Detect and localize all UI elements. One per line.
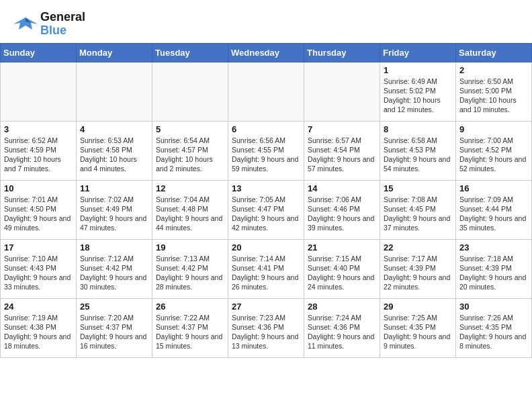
calendar-cell [152,62,228,121]
day-number: 30 [459,302,528,312]
day-info: Sunrise: 7:12 AMSunset: 4:42 PMDaylight:… [80,254,148,292]
day-of-week-header: Sunday [1,43,77,62]
day-number: 28 [308,302,376,312]
calendar-cell: 25Sunrise: 7:20 AMSunset: 4:37 PMDayligh… [77,298,152,357]
day-info: Sunrise: 7:20 AMSunset: 4:37 PMDaylight:… [80,313,148,351]
calendar-cell: 4Sunrise: 6:53 AMSunset: 4:58 PMDaylight… [77,121,152,180]
calendar-cell: 28Sunrise: 7:24 AMSunset: 4:36 PMDayligh… [304,298,380,357]
calendar-cell: 30Sunrise: 7:26 AMSunset: 4:35 PMDayligh… [456,298,532,357]
day-number: 5 [156,124,224,134]
day-number: 14 [308,183,376,193]
day-of-week-header: Saturday [456,43,532,62]
day-info: Sunrise: 6:58 AMSunset: 4:53 PMDaylight:… [384,136,452,174]
day-info: Sunrise: 7:26 AMSunset: 4:35 PMDaylight:… [459,313,528,351]
page-header: General Blue [0,0,532,43]
day-number: 16 [459,183,528,193]
calendar-cell [304,62,380,121]
calendar-cell: 9Sunrise: 7:00 AMSunset: 4:52 PMDaylight… [456,121,532,180]
day-number: 23 [459,242,528,253]
day-of-week-header: Wednesday [228,43,304,62]
day-info: Sunrise: 7:01 AMSunset: 4:50 PMDaylight:… [4,195,73,233]
day-number: 2 [459,65,528,75]
day-info: Sunrise: 7:04 AMSunset: 4:48 PMDaylight:… [156,195,224,233]
day-number: 24 [4,302,73,312]
day-number: 21 [308,242,376,253]
calendar-cell: 21Sunrise: 7:15 AMSunset: 4:40 PMDayligh… [304,239,380,298]
calendar-cell: 26Sunrise: 7:22 AMSunset: 4:37 PMDayligh… [152,298,228,357]
calendar-cell: 29Sunrise: 7:25 AMSunset: 4:35 PMDayligh… [380,298,456,357]
day-info: Sunrise: 6:54 AMSunset: 4:57 PMDaylight:… [156,136,224,174]
day-number: 1 [384,65,452,75]
calendar-cell: 8Sunrise: 6:58 AMSunset: 4:53 PMDaylight… [380,121,456,180]
day-number: 15 [384,183,452,193]
day-info: Sunrise: 7:08 AMSunset: 4:45 PMDaylight:… [384,195,452,233]
day-of-week-header: Friday [380,43,456,62]
day-number: 19 [156,242,224,253]
calendar-cell: 13Sunrise: 7:05 AMSunset: 4:47 PMDayligh… [228,180,304,239]
logo-icon [13,15,38,34]
day-info: Sunrise: 7:00 AMSunset: 4:52 PMDaylight:… [459,136,528,174]
day-number: 22 [384,242,452,253]
day-number: 27 [232,302,300,312]
day-info: Sunrise: 7:09 AMSunset: 4:44 PMDaylight:… [459,195,528,233]
day-info: Sunrise: 6:52 AMSunset: 4:59 PMDaylight:… [4,136,73,174]
calendar-table: SundayMondayTuesdayWednesdayThursdayFrid… [0,43,532,358]
calendar-cell: 1Sunrise: 6:49 AMSunset: 5:02 PMDaylight… [380,62,456,121]
day-number: 3 [4,124,73,134]
logo-text: General Blue [40,11,85,38]
day-info: Sunrise: 7:15 AMSunset: 4:40 PMDaylight:… [308,254,376,292]
day-number: 8 [384,124,452,134]
calendar-cell: 11Sunrise: 7:02 AMSunset: 4:49 PMDayligh… [77,180,152,239]
day-number: 6 [232,124,300,134]
day-info: Sunrise: 7:14 AMSunset: 4:41 PMDaylight:… [232,254,300,292]
day-info: Sunrise: 6:50 AMSunset: 5:00 PMDaylight:… [459,77,528,115]
day-info: Sunrise: 6:57 AMSunset: 4:54 PMDaylight:… [308,136,376,174]
calendar-cell: 22Sunrise: 7:17 AMSunset: 4:39 PMDayligh… [380,239,456,298]
day-info: Sunrise: 7:23 AMSunset: 4:36 PMDaylight:… [232,313,300,351]
day-number: 18 [80,242,148,253]
calendar-cell: 23Sunrise: 7:18 AMSunset: 4:39 PMDayligh… [456,239,532,298]
calendar-header: SundayMondayTuesdayWednesdayThursdayFrid… [1,43,532,62]
calendar-cell [77,62,152,121]
calendar-cell: 17Sunrise: 7:10 AMSunset: 4:43 PMDayligh… [1,239,77,298]
calendar-cell: 5Sunrise: 6:54 AMSunset: 4:57 PMDaylight… [152,121,228,180]
calendar-cell: 12Sunrise: 7:04 AMSunset: 4:48 PMDayligh… [152,180,228,239]
day-info: Sunrise: 7:22 AMSunset: 4:37 PMDaylight:… [156,313,224,351]
calendar-cell: 3Sunrise: 6:52 AMSunset: 4:59 PMDaylight… [1,121,77,180]
calendar-cell: 6Sunrise: 6:56 AMSunset: 4:55 PMDaylight… [228,121,304,180]
day-info: Sunrise: 7:10 AMSunset: 4:43 PMDaylight:… [4,254,73,292]
day-number: 12 [156,183,224,193]
calendar-cell: 18Sunrise: 7:12 AMSunset: 4:42 PMDayligh… [77,239,152,298]
day-of-week-header: Monday [77,43,152,62]
day-number: 25 [80,302,148,312]
day-info: Sunrise: 6:53 AMSunset: 4:58 PMDaylight:… [80,136,148,174]
calendar-cell [1,62,77,121]
calendar-cell: 2Sunrise: 6:50 AMSunset: 5:00 PMDaylight… [456,62,532,121]
day-info: Sunrise: 7:18 AMSunset: 4:39 PMDaylight:… [459,254,528,292]
day-number: 4 [80,124,148,134]
logo: General Blue [13,11,85,38]
day-number: 29 [384,302,452,312]
day-info: Sunrise: 7:13 AMSunset: 4:42 PMDaylight:… [156,254,224,292]
day-number: 9 [459,124,528,134]
day-info: Sunrise: 7:05 AMSunset: 4:47 PMDaylight:… [232,195,300,233]
calendar-cell: 27Sunrise: 7:23 AMSunset: 4:36 PMDayligh… [228,298,304,357]
day-info: Sunrise: 6:56 AMSunset: 4:55 PMDaylight:… [232,136,300,174]
day-number: 11 [80,183,148,193]
day-info: Sunrise: 7:17 AMSunset: 4:39 PMDaylight:… [384,254,452,292]
day-number: 26 [156,302,224,312]
day-of-week-header: Thursday [304,43,380,62]
day-number: 7 [308,124,376,134]
day-of-week-header: Tuesday [152,43,228,62]
calendar-cell: 16Sunrise: 7:09 AMSunset: 4:44 PMDayligh… [456,180,532,239]
day-number: 10 [4,183,73,193]
calendar-cell: 20Sunrise: 7:14 AMSunset: 4:41 PMDayligh… [228,239,304,298]
day-info: Sunrise: 7:24 AMSunset: 4:36 PMDaylight:… [308,313,376,351]
day-number: 20 [232,242,300,253]
calendar-cell: 15Sunrise: 7:08 AMSunset: 4:45 PMDayligh… [380,180,456,239]
day-number: 17 [4,242,73,253]
calendar-cell: 19Sunrise: 7:13 AMSunset: 4:42 PMDayligh… [152,239,228,298]
day-info: Sunrise: 7:06 AMSunset: 4:46 PMDaylight:… [308,195,376,233]
day-info: Sunrise: 6:49 AMSunset: 5:02 PMDaylight:… [384,77,452,115]
day-info: Sunrise: 7:19 AMSunset: 4:38 PMDaylight:… [4,313,73,351]
